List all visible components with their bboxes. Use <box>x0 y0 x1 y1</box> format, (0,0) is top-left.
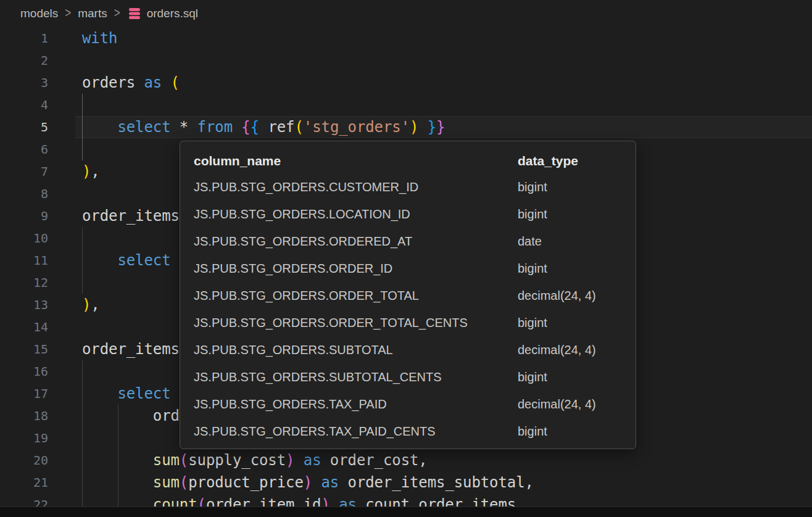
schema-row: JS.PUB.STG_ORDERS.CUSTOMER_IDbigint <box>194 173 622 201</box>
code-token: order_items_subtotal, <box>339 474 534 491</box>
line-number-10[interactable]: 10 <box>0 227 48 249</box>
column-name-cell: JS.PUB.STG_ORDERS.ORDER_ID <box>194 262 518 276</box>
chevron-right-icon: > <box>65 6 71 22</box>
code-token <box>82 496 153 507</box>
code-token: ref <box>259 118 294 136</box>
indent-guide <box>82 138 83 160</box>
data-type-cell: date <box>518 234 622 249</box>
code-token: ) <box>304 474 312 491</box>
code-token <box>294 452 303 469</box>
line-number-17[interactable]: 17 <box>0 383 48 405</box>
code-text: sum(product_price) as order_items_subtot… <box>82 471 534 494</box>
indent-guide <box>118 427 118 449</box>
code-token: select <box>117 118 170 136</box>
line-number-11[interactable]: 11 <box>0 249 48 271</box>
code-token: { <box>241 118 250 136</box>
code-token: ord <box>82 407 180 424</box>
column-name-cell: JS.PUB.STG_ORDERS.SUBTOTAL_CENTS <box>194 370 518 384</box>
line-number-13[interactable]: 13 <box>0 294 48 316</box>
code-token: } <box>428 118 436 136</box>
code-text: orders as ( <box>82 72 180 94</box>
line-number-15[interactable]: 15 <box>0 338 48 360</box>
breadcrumb-item-models[interactable]: models <box>20 7 58 20</box>
code-token <box>82 452 153 469</box>
code-token <box>82 252 117 269</box>
code-token: as <box>339 496 357 507</box>
code-token: as <box>321 474 339 491</box>
code-token: ) <box>321 496 329 507</box>
code-text: sum(supply_cost) as order_cost, <box>82 449 428 471</box>
code-token: as <box>304 452 321 469</box>
code-token: count <box>153 496 197 507</box>
code-line-5[interactable]: 5 select * from {{ ref('stg_orders') }} <box>0 116 812 138</box>
line-number-20[interactable]: 20 <box>0 449 48 471</box>
data-type-cell: bigint <box>518 424 622 439</box>
schema-row: JS.PUB.STG_ORDERS.SUBTOTALdecimal(24, 4) <box>194 336 622 363</box>
code-line-21[interactable]: 21 sum(product_price) as order_items_sub… <box>0 471 812 494</box>
code-line-22[interactable]: 22 count(order_item_id) as count_order_i… <box>0 494 812 507</box>
code-token <box>233 118 241 136</box>
code-editor-window: models > marts > orders.sql 1with23order… <box>0 0 812 517</box>
code-token: ) <box>286 452 294 469</box>
breadcrumb-item-file[interactable]: orders.sql <box>147 7 198 20</box>
code-token: 'stg_orders' <box>304 118 410 136</box>
code-text: ), <box>82 294 100 316</box>
data-type-header: data_type <box>518 154 622 168</box>
data-type-cell: bigint <box>518 370 622 384</box>
line-number-22[interactable]: 22 <box>0 494 48 507</box>
schema-row: JS.PUB.STG_ORDERS.TAX_PAID_CENTSbigint <box>194 418 622 445</box>
line-number-14[interactable]: 14 <box>0 316 48 338</box>
code-token: ) <box>410 118 418 136</box>
line-number-7[interactable]: 7 <box>0 160 48 183</box>
line-number-21[interactable]: 21 <box>0 471 48 494</box>
indent-guide <box>82 427 83 449</box>
code-text: select * from {{ ref('stg_orders') }} <box>82 116 445 138</box>
schema-tooltip: column_name data_type JS.PUB.STG_ORDERS.… <box>180 141 636 449</box>
schema-table-body: JS.PUB.STG_ORDERS.CUSTOMER_IDbigintJS.PU… <box>194 173 622 445</box>
line-number-9[interactable]: 9 <box>0 205 48 227</box>
line-number-1[interactable]: 1 <box>0 27 48 49</box>
code-token: order_item_id <box>206 496 321 507</box>
code-line-2[interactable]: 2 <box>0 49 812 72</box>
code-token: ) <box>82 296 91 313</box>
line-number-6[interactable]: 6 <box>0 138 48 160</box>
code-token: select <box>117 252 170 269</box>
code-token: as <box>144 74 162 91</box>
data-type-cell: decimal(24, 4) <box>518 289 622 303</box>
code-token: ) <box>82 163 91 180</box>
code-text: select <box>82 383 171 405</box>
line-number-5[interactable]: 5 <box>0 116 48 138</box>
code-line-20[interactable]: 20 sum(supply_cost) as order_cost, <box>0 449 812 471</box>
code-line-1[interactable]: 1with <box>0 27 812 49</box>
code-text: order_items <box>82 205 180 227</box>
code-token: product_price <box>188 474 304 491</box>
code-token <box>82 385 117 402</box>
data-type-cell: bigint <box>518 180 622 194</box>
code-token: * <box>171 118 197 136</box>
code-line-4[interactable]: 4 <box>0 94 812 116</box>
line-number-8[interactable]: 8 <box>0 183 48 205</box>
code-token <box>312 474 321 491</box>
line-number-12[interactable]: 12 <box>0 271 48 294</box>
code-token: supply_cost <box>188 452 286 469</box>
data-type-cell: bigint <box>518 262 622 276</box>
line-number-16[interactable]: 16 <box>0 360 48 383</box>
code-token: order_items <box>82 341 180 358</box>
code-token: sum <box>153 474 180 491</box>
line-number-3[interactable]: 3 <box>0 72 48 94</box>
code-text: ord <box>82 405 180 427</box>
breadcrumb-item-marts[interactable]: marts <box>78 7 107 20</box>
code-line-3[interactable]: 3orders as ( <box>0 72 812 94</box>
breadcrumb: models > marts > orders.sql <box>0 0 812 27</box>
chevron-right-icon: > <box>114 6 120 22</box>
line-number-2[interactable]: 2 <box>0 49 48 72</box>
code-token: orders <box>82 74 144 91</box>
line-number-4[interactable]: 4 <box>0 94 48 116</box>
code-token: order_cost, <box>321 452 427 469</box>
schema-row: JS.PUB.STG_ORDERS.SUBTOTAL_CENTSbigint <box>194 363 622 391</box>
schema-row: JS.PUB.STG_ORDERS.ORDER_IDbigint <box>194 255 622 282</box>
line-number-19[interactable]: 19 <box>0 427 48 449</box>
indent-guide <box>82 227 83 249</box>
code-token: ( <box>171 74 180 91</box>
line-number-18[interactable]: 18 <box>0 405 48 427</box>
